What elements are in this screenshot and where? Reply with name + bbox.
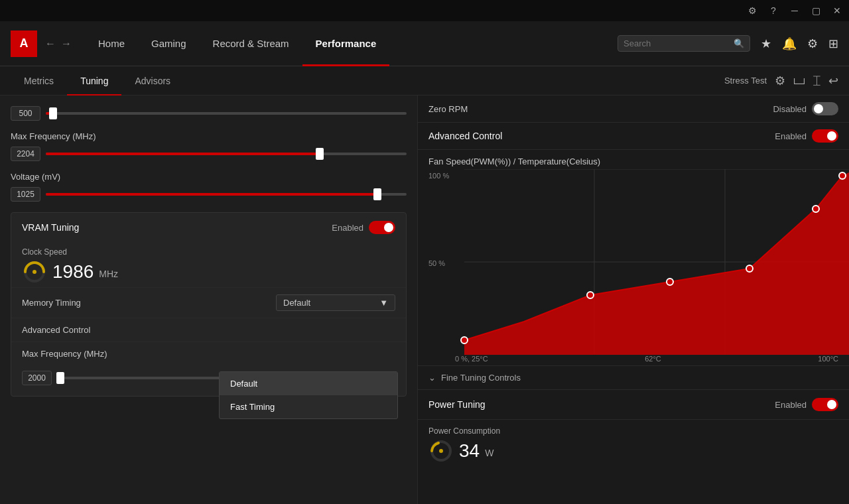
svg-point-15 — [439, 449, 443, 453]
power-tuning-toggle[interactable] — [812, 398, 838, 411]
nav-bar: A ← → Home Gaming Record & Stream Perfor… — [0, 21, 849, 66]
subnav-right: Stress Test ⚙ ⌴ ⌶ ↩ — [724, 74, 838, 88]
power-consumption-number: 34 — [459, 440, 480, 462]
question-icon[interactable]: ? — [767, 5, 780, 16]
adv-control-row: Advanced Control Enabled — [418, 123, 849, 150]
slider-value-500: 500 — [11, 106, 40, 121]
adv-control-toggle-row: Enabled — [775, 129, 838, 143]
zero-rpm-toggle-row: Disabled — [773, 102, 838, 115]
power-consumption-unit: W — [485, 448, 493, 458]
left-panel: 500 Max Frequency (MHz) 2204 Voltage (mV… — [0, 95, 418, 504]
chart-x-label-0: 0 %, 25°C — [455, 355, 488, 363]
svg-point-1 — [33, 270, 36, 274]
zero-rpm-toggle[interactable] — [812, 102, 838, 115]
svg-point-9 — [587, 292, 594, 298]
amd-logo: A — [11, 31, 37, 57]
memory-timing-label: Memory Timing — [22, 298, 81, 308]
settings-icon[interactable]: ⚙ — [807, 36, 818, 51]
clock-speed-row: Clock Speed 1986 MHz — [11, 242, 406, 287]
chevron-down-icon: ⌄ — [428, 373, 436, 383]
nav-record-stream[interactable]: Record & Stream — [200, 21, 302, 66]
favorites-icon[interactable]: ★ — [761, 36, 771, 51]
forward-button[interactable]: → — [61, 38, 72, 50]
dropdown-option-fast-timing[interactable]: Fast Timing — [220, 395, 397, 418]
svg-point-11 — [746, 265, 753, 272]
slider-label-maxfreq: Max Frequency (MHz) — [11, 131, 407, 141]
vram-enabled-label: Enabled — [332, 223, 363, 233]
dropdown-option-default[interactable]: Default — [220, 372, 397, 395]
chart-x-labels: 0 %, 25°C 62°C 100°C — [455, 355, 838, 365]
slider-value-maxfreq: 2204 — [11, 147, 40, 161]
slider-thumb-maxfreq[interactable] — [316, 148, 324, 160]
nav-performance[interactable]: Performance — [302, 21, 390, 66]
advanced-control-row: Advanced Control — [11, 318, 406, 342]
fine-tuning-bar[interactable]: ⌄ Fine Tuning Controls — [418, 365, 849, 389]
slider-thumb-vram-freq[interactable] — [56, 372, 64, 384]
power-tuning-title: Power Tuning — [428, 399, 486, 410]
slider-section-maxfreq: Max Frequency (MHz) 2204 — [11, 131, 407, 161]
slider-fill-maxfreq — [46, 153, 320, 155]
chart-y-label-50: 50 % — [428, 259, 445, 267]
svg-point-13 — [839, 172, 846, 179]
title-bar: ⚙ ? ─ ▢ ✕ — [0, 0, 849, 21]
power-tuning-header: Power Tuning Enabled — [418, 390, 849, 420]
slider-section-voltage: Voltage (mV) 1025 — [11, 172, 407, 202]
power-value-row: 34 W — [428, 438, 838, 464]
adv-control-label: Advanced Control — [428, 131, 502, 141]
slider-row-voltage: 1025 — [11, 187, 407, 202]
slider-thumb-voltage[interactable] — [373, 188, 381, 200]
fullscreen-icon[interactable]: ⊞ — [828, 36, 838, 51]
export-icon[interactable]: ⌶ — [813, 74, 820, 88]
svg-point-8 — [461, 337, 468, 344]
fine-tuning-label: Fine Tuning Controls — [441, 373, 521, 383]
clock-speed-value-row: 1986 MHz — [22, 259, 395, 284]
sub-nav: Metrics Tuning Advisors Stress Test ⚙ ⌴ … — [0, 66, 849, 95]
nav-home[interactable]: Home — [85, 21, 138, 66]
stress-test-label: Stress Test — [724, 76, 767, 86]
adv-control-value: Enabled — [775, 131, 807, 141]
slider-track-500[interactable] — [46, 112, 407, 115]
slider-fill-voltage — [46, 193, 377, 196]
power-tuning-toggle-row: Enabled — [775, 398, 838, 411]
adv-control-toggle[interactable] — [812, 129, 838, 143]
search-icon: 🔍 — [734, 38, 744, 48]
minimize-icon[interactable]: ─ — [788, 5, 801, 16]
zero-rpm-label: Zero RPM — [428, 104, 468, 114]
close-icon[interactable]: ✕ — [830, 5, 844, 16]
main-content: 500 Max Frequency (MHz) 2204 Voltage (mV… — [0, 95, 849, 504]
amd-software-icon: ⚙ — [746, 5, 759, 16]
import-icon[interactable]: ⌴ — [793, 74, 805, 88]
search-input[interactable] — [623, 38, 730, 48]
fan-speed-svg — [455, 169, 849, 355]
clock-gauge-icon — [22, 259, 47, 284]
max-freq-vram-row: Max Frequency (MHz) — [11, 342, 406, 365]
search-bar[interactable]: 🔍 — [618, 35, 750, 52]
clock-speed-number: 1986 — [52, 261, 94, 283]
vram-toggle-row: Enabled — [332, 221, 395, 234]
back-button[interactable]: ← — [45, 38, 56, 50]
vram-title: VRAM Tuning — [22, 222, 79, 233]
clock-speed-label: Clock Speed — [22, 247, 395, 257]
slider-value-voltage: 1025 — [11, 187, 40, 202]
tab-advisors[interactable]: Advisors — [121, 66, 184, 95]
zero-rpm-value: Disabled — [773, 104, 807, 114]
slider-track-maxfreq[interactable] — [46, 153, 407, 155]
maximize-icon[interactable]: ▢ — [809, 5, 822, 16]
max-freq-vram-label: Max Frequency (MHz) — [22, 349, 107, 359]
tab-tuning[interactable]: Tuning — [67, 66, 121, 95]
vram-toggle[interactable] — [369, 221, 395, 234]
slider-thumb-500[interactable] — [49, 107, 57, 119]
nav-actions: ★ 🔔 ⚙ ⊞ — [761, 36, 838, 51]
notifications-icon[interactable]: 🔔 — [782, 36, 797, 51]
slider-track-voltage[interactable] — [46, 193, 407, 196]
memory-timing-dropdown[interactable]: Default ▼ — [276, 294, 395, 311]
clock-speed-unit: MHz — [99, 269, 118, 279]
tab-metrics[interactable]: Metrics — [11, 66, 67, 95]
nav-arrows: ← → — [45, 38, 72, 50]
chart-x-label-100: 100°C — [818, 355, 838, 363]
reset-icon[interactable]: ↩ — [828, 74, 838, 88]
nav-gaming[interactable]: Gaming — [138, 21, 200, 66]
power-tuning-value: Enabled — [775, 400, 807, 410]
slider-label-voltage: Voltage (mV) — [11, 172, 407, 182]
slider-section-500: 500 — [11, 106, 407, 121]
